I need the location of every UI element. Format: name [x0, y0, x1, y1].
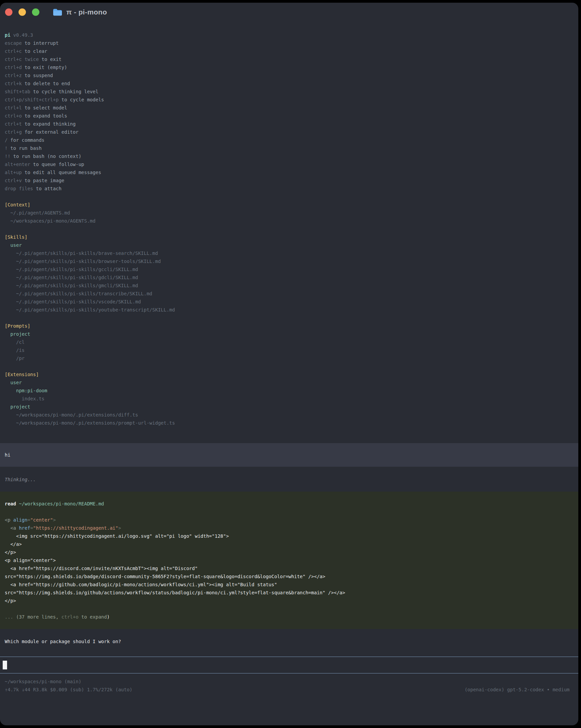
blank-line — [5, 225, 574, 233]
skill-path: ~/.pi/agent/skills/pi-skills/gmcli/SKILL… — [5, 282, 574, 290]
blank-line — [5, 192, 574, 201]
prompt-item: /is — [5, 346, 574, 354]
status-bar: ~/workspaces/pi-mono (main) ↑4.7k ↓44 R3… — [5, 673, 574, 694]
shortcut-line: alt+up to edit all queued messages — [5, 168, 574, 177]
extensions-project-scope: project — [5, 403, 574, 411]
context-path: ~/workspaces/pi-mono/AGENTS.md — [5, 217, 574, 225]
code-line: <a href="https://discord.com/invite/nKXT… — [5, 564, 574, 572]
window-title: π - pi-mono — [66, 8, 107, 16]
skill-path: ~/.pi/agent/skills/pi-skills/transcribe/… — [5, 290, 574, 298]
blank-line — [5, 605, 574, 613]
folder-icon — [53, 8, 62, 16]
shortcut-line: / for commands — [5, 136, 574, 144]
skill-path: ~/.pi/agent/skills/pi-skills/brave-searc… — [5, 249, 574, 257]
app-name: pi — [5, 32, 10, 38]
prompt-input[interactable] — [0, 657, 578, 673]
skill-path: ~/.pi/agent/skills/pi-skills/youtube-tra… — [5, 306, 574, 314]
tool-arg-path: ~/workspaces/pi-mono/README.md — [16, 501, 104, 506]
minimize-window-button[interactable] — [19, 8, 26, 16]
code-line: <img src="https://shittycodingagent.ai/l… — [5, 532, 574, 540]
skills-scope: user — [5, 241, 574, 249]
tool-name: read — [5, 501, 16, 506]
shortcut-line: alt+enter to queue follow-up — [5, 160, 574, 168]
context-path: ~/.pi/agent/AGENTS.md — [5, 209, 574, 217]
code-line: </p> — [5, 548, 574, 556]
text-cursor — [3, 661, 7, 669]
code-line: <a href="https://shittycodingagent.ai"> — [5, 524, 574, 532]
shortcut-line: ctrl+d to exit (empty) — [5, 63, 574, 71]
code-line: src="https://img.shields.io/badge/discor… — [5, 572, 574, 580]
user-message-band: hi — [0, 443, 578, 467]
extension-npm-package: npm:pi-doom — [5, 387, 574, 395]
code-line: <p align="center"> — [5, 516, 574, 524]
code-line: <a href="https://github.com/badlogic/pi-… — [5, 580, 574, 589]
titlebar: π - pi-mono — [0, 3, 578, 22]
status-cwd: ~/workspaces/pi-mono (main) — [5, 677, 574, 685]
app-version: v0.49.3 — [10, 32, 33, 38]
zoom-window-button[interactable] — [32, 8, 39, 16]
shortcut-line: ctrl+c twice to exit — [5, 55, 574, 63]
prompts-section-header: [Prompts] — [5, 322, 574, 330]
shortcut-line: ctrl+v to paste image — [5, 177, 574, 184]
shortcut-line: ctrl+c to clear — [5, 47, 574, 55]
code-line: </p> — [5, 597, 574, 605]
blank-line — [5, 362, 574, 370]
shortcut-line: !! to run bash (no context) — [5, 152, 574, 160]
status-token-stats: ↑4.7k ↓44 R3.8k $0.009 (sub) 1.7%/272k (… — [5, 685, 132, 694]
extensions-section-header: [Extensions] — [5, 370, 574, 379]
code-line: src="https://img.shields.io/github/actio… — [5, 589, 574, 597]
context-section-header: [Context] — [5, 201, 574, 209]
shortcut-line: ctrl+k to delete to end — [5, 79, 574, 87]
prompt-item: /pr — [5, 354, 574, 362]
tool-call-header: read ~/workspaces/pi-mono/README.md — [5, 500, 574, 508]
shortcut-line: ctrl+l to select model — [5, 104, 574, 112]
skills-section-header: [Skills] — [5, 233, 574, 241]
status-model-info: (openai-codex) gpt-5.2-codex • medium — [465, 685, 570, 694]
shortcut-line: shift+tab to cycle thinking level — [5, 87, 574, 96]
skill-path: ~/.pi/agent/skills/pi-skills/browser-too… — [5, 257, 574, 265]
shortcut-line: ctrl+z to suspend — [5, 71, 574, 79]
extension-path: ~/workspaces/pi-mono/.pi/extensions/diff… — [5, 411, 574, 419]
version-line: pi v0.49.3 — [5, 31, 574, 39]
prompt-item: /cl — [5, 338, 574, 346]
status-row: ↑4.7k ↓44 R3.8k $0.009 (sub) 1.7%/272k (… — [5, 685, 574, 694]
shortcut-line: escape to interrupt — [5, 39, 574, 47]
terminal-window: π - pi-mono pi v0.49.3 escape to interru… — [0, 3, 578, 725]
shortcut-line: drop files to attach — [5, 184, 574, 192]
shortcut-line: ! to run bash — [5, 144, 574, 152]
truncation-notice: ... (37 more lines, ctrl+o to expand) — [5, 613, 574, 621]
skill-path: ~/.pi/agent/skills/pi-skills/vscode/SKIL… — [5, 298, 574, 306]
blank-line — [5, 508, 574, 516]
skill-path: ~/.pi/agent/skills/pi-skills/gccli/SKILL… — [5, 265, 574, 274]
skill-path: ~/.pi/agent/skills/pi-skills/gdcli/SKILL… — [5, 274, 574, 282]
blank-line — [5, 314, 574, 322]
shortcut-line: ctrl+p/shift+ctrl+p to cycle models — [5, 96, 574, 104]
terminal-content: pi v0.49.3 escape to interrupt ctrl+c to… — [0, 22, 578, 694]
shortcut-line: ctrl+o to expand tools — [5, 112, 574, 120]
shortcut-line: ctrl+g for external editor — [5, 128, 574, 136]
tool-call-band: read ~/workspaces/pi-mono/README.md <p a… — [0, 492, 578, 629]
extensions-user-scope: user — [5, 379, 574, 387]
code-line: </a> — [5, 540, 574, 548]
extension-npm-file: index.ts — [5, 395, 574, 403]
extension-path: ~/workspaces/pi-mono/.pi/extensions/prom… — [5, 419, 574, 427]
user-message: hi — [5, 451, 574, 459]
close-window-button[interactable] — [5, 8, 12, 16]
prompts-scope: project — [5, 330, 574, 338]
thinking-indicator: Thinking... — [5, 475, 574, 484]
code-line: <p align="center"> — [5, 556, 574, 564]
assistant-message: Which module or package should I work on… — [5, 638, 574, 646]
shortcut-line: ctrl+t to expand thinking — [5, 120, 574, 128]
